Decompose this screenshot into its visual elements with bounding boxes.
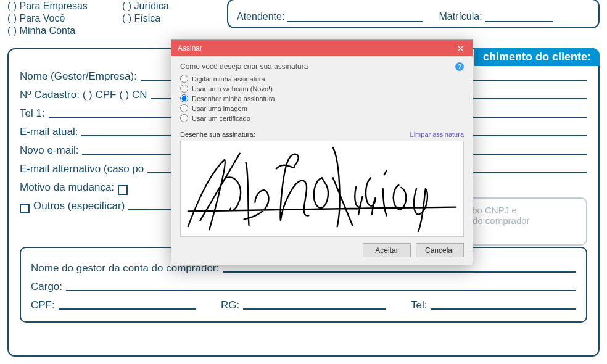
- lbl-nome-gestor: Nome (Gestor/Empresa):: [20, 70, 137, 83]
- matricula-label: Matrícula:: [439, 11, 482, 22]
- radio-label-3: Usar uma imagem: [192, 105, 247, 112]
- radio-input-2[interactable]: [180, 94, 188, 102]
- lbl-rg: RG:: [221, 299, 239, 312]
- help-icon[interactable]: ?: [455, 62, 464, 71]
- radio-label-1: Usar uma webcam (Novo!): [192, 85, 273, 93]
- checkbox-outros[interactable]: [20, 204, 30, 213]
- radio-label-4: Usar um certificado: [192, 115, 250, 122]
- field-rg[interactable]: [243, 308, 386, 310]
- top-header-row: ( ) Para Empresas ( ) Para Você ( ) Minh…: [0, 0, 607, 37]
- dialog-titlebar[interactable]: Assinar: [171, 40, 473, 56]
- atendente-label: Atendente:: [237, 11, 284, 22]
- sign-dialog: Assinar Como você deseja criar sua assin…: [171, 39, 473, 265]
- radio-option-4[interactable]: Usar um certificado: [180, 114, 464, 122]
- radio-input-4[interactable]: [180, 114, 188, 122]
- dialog-title-text: Assinar: [178, 44, 202, 52]
- blue-tab-right: chimento do cliente:: [474, 48, 600, 66]
- signature-drawing: [181, 141, 463, 236]
- lbl-tel: Tel:: [411, 299, 427, 312]
- lbl-novo-email: Novo e-mail:: [20, 144, 78, 157]
- opt-juridica[interactable]: ( ) Jurídica: [122, 0, 227, 12]
- field-cpf[interactable]: [59, 308, 196, 310]
- lbl-email-alt: E-mail alternativo (caso po: [20, 163, 144, 175]
- close-icon[interactable]: [448, 40, 473, 56]
- clear-signature-link[interactable]: Limpar assinatura: [410, 131, 464, 138]
- radio-input-1[interactable]: [180, 85, 188, 93]
- atendente-box: Atendente: Matrícula:: [227, 0, 600, 28]
- checkbox-motivo[interactable]: [118, 185, 128, 195]
- opt-fisica[interactable]: ( ) Física: [122, 12, 227, 25]
- lbl-cargo: Cargo:: [31, 281, 62, 293]
- radio-label-2: Desenhar minha assinatura: [192, 95, 275, 102]
- accept-button[interactable]: Aceitar: [363, 243, 411, 257]
- draw-label: Desenhe sua assinatura:: [180, 131, 255, 138]
- lbl-motivo: Motivo da mudança:: [20, 181, 114, 194]
- opt-minha-conta[interactable]: ( ) Minha Conta: [7, 25, 122, 37]
- lbl-cpf: CPF:: [31, 299, 55, 312]
- field-nome-gestor-conta[interactable]: [223, 271, 576, 273]
- radio-label-0: Digitar minha assinatura: [192, 75, 265, 83]
- radio-option-2[interactable]: Desenhar minha assinatura: [180, 94, 464, 102]
- field-cargo[interactable]: [66, 290, 576, 291]
- radio-option-0[interactable]: Digitar minha assinatura: [180, 75, 464, 83]
- signature-canvas[interactable]: [180, 141, 464, 237]
- dialog-heading: Como você deseja criar sua assinatura: [180, 62, 308, 71]
- opt-para-voce[interactable]: ( ) Para Você: [7, 12, 122, 25]
- cancel-button[interactable]: Cancelar: [416, 243, 464, 257]
- radio-option-3[interactable]: Usar uma imagem: [180, 104, 464, 112]
- atendente-line[interactable]: [287, 21, 423, 22]
- radio-option-1[interactable]: Usar uma webcam (Novo!): [180, 85, 464, 93]
- lbl-email-atual: E-mail atual:: [20, 126, 78, 138]
- opt-para-empresas[interactable]: ( ) Para Empresas: [7, 0, 122, 12]
- field-tel[interactable]: [431, 308, 576, 310]
- lbl-num-cadastro: Nº Cadastro: ( ) CPF ( ) CN: [20, 89, 147, 101]
- radio-input-3[interactable]: [180, 104, 188, 112]
- matricula-line[interactable]: [485, 21, 553, 22]
- signature-method-radios: Digitar minha assinaturaUsar uma webcam …: [180, 75, 464, 122]
- lbl-outros: Outros (especificar): [33, 200, 125, 212]
- radio-input-0[interactable]: [180, 75, 188, 83]
- lbl-tel1: Tel 1:: [20, 107, 45, 120]
